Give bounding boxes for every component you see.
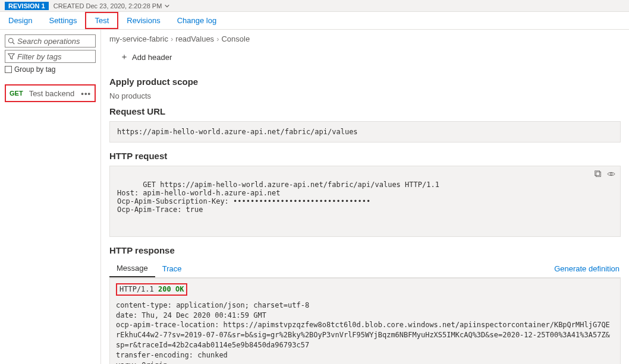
reveal-icon[interactable] [607, 170, 615, 178]
response-body: HTTP/1.1 200 OK content-type: applicatio… [109, 278, 621, 364]
status-line: HTTP/1.1 200 OK [116, 283, 187, 296]
filter-input[interactable]: Filter by tags [5, 50, 96, 63]
tab-message[interactable]: Message [109, 260, 155, 277]
group-by-tag[interactable]: Group by tag [5, 65, 96, 74]
add-header-button[interactable]: ＋ Add header [109, 49, 621, 71]
tab-trace[interactable]: Trace [155, 261, 189, 277]
revision-bar: REVISION 1 CREATED Dec 23, 2020, 2:20:28… [0, 0, 629, 12]
svg-rect-2 [595, 171, 600, 176]
tab-settings[interactable]: Settings [40, 12, 85, 29]
filter-icon [8, 53, 15, 60]
sidebar: Search operations Filter by tags Group b… [0, 30, 101, 364]
search-input[interactable]: Search operations [5, 34, 96, 48]
http-request-box: GET https://apim-hello-world.azure-api.n… [109, 166, 621, 237]
more-icon[interactable]: ••• [81, 89, 91, 98]
tab-test[interactable]: Test [85, 12, 118, 29]
chevron-down-icon [164, 3, 170, 9]
generate-definition-link[interactable]: Generate definition [554, 264, 621, 273]
tab-changelog[interactable]: Change log [169, 12, 225, 29]
main-tabs: Design Settings Test Revisions Change lo… [0, 12, 629, 30]
tab-design[interactable]: Design [0, 12, 40, 29]
main-panel: my-service-fabric›readValues›Console ＋ A… [101, 30, 629, 364]
svg-rect-1 [596, 172, 601, 177]
section-request-url: Request URL [109, 106, 621, 116]
svg-point-0 [9, 39, 14, 43]
search-icon [8, 37, 15, 45]
revision-created[interactable]: CREATED Dec 23, 2020, 2:20:28 PM [54, 2, 171, 10]
operation-method: GET [10, 90, 23, 97]
operation-name: Test backend [29, 89, 75, 98]
response-tabs: Message Trace Generate definition [109, 260, 621, 278]
request-url-box: https://apim-hello-world.azure-api.net/f… [109, 121, 621, 143]
tab-revisions[interactable]: Revisions [118, 12, 168, 29]
section-http-response: HTTP response [109, 245, 621, 255]
svg-point-3 [610, 173, 612, 175]
copy-icon[interactable] [594, 170, 602, 178]
section-apply-scope: Apply product scope [109, 77, 621, 87]
no-products-text: No products [109, 91, 621, 100]
breadcrumb: my-service-fabric›readValues›Console [109, 34, 621, 43]
operation-test-backend[interactable]: GET Test backend ••• [5, 84, 96, 102]
response-headers: content-type: application/json; charset=… [116, 300, 614, 364]
checkbox-icon[interactable] [5, 66, 12, 73]
revision-badge: REVISION 1 [5, 2, 49, 10]
section-http-request: HTTP request [109, 151, 621, 161]
plus-icon: ＋ [120, 52, 128, 62]
